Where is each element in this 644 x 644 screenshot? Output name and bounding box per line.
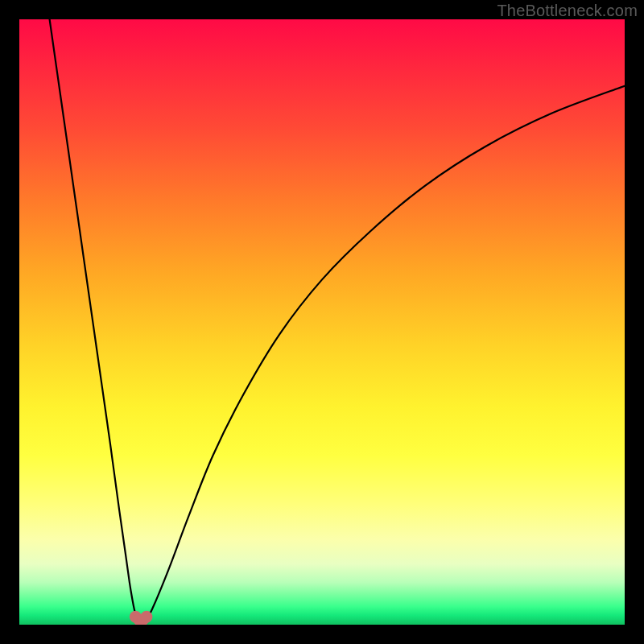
chart-frame: TheBottleneck.com [0, 0, 644, 644]
plot-area [19, 19, 625, 625]
curve-layer [19, 19, 625, 625]
watermark-text: TheBottleneck.com [497, 2, 638, 20]
minimum-markers [130, 611, 153, 625]
curve-right-branch [147, 86, 625, 619]
minimum-marker [140, 611, 152, 623]
curve-left-branch [50, 19, 138, 618]
